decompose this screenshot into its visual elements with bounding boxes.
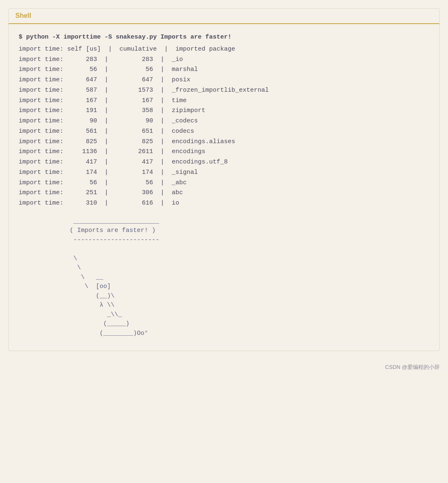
table-row: import time: 167 | 167 | time [19, 96, 429, 106]
table-row: import time: 251 | 306 | abc [19, 188, 429, 198]
table-row: import time: 1136 | 2611 | encodings [19, 147, 429, 157]
header-line: import time: self [us] | cumulative | im… [19, 44, 429, 55]
table-row: import time: 561 | 651 | codecs [19, 127, 429, 137]
table-row: import time: 90 | 90 | _codecs [19, 116, 429, 127]
import-table: import time: 283 | 283 | _ioimport time:… [19, 55, 429, 209]
shell-title: Shell [15, 12, 31, 19]
table-row: import time: 587 | 1573 | _frozen_import… [19, 85, 429, 96]
shell-header: Shell [9, 9, 439, 24]
table-row: import time: 417 | 417 | encodings.utf_8 [19, 157, 429, 168]
table-row: import time: 283 | 283 | _io [19, 55, 429, 65]
table-row: import time: 825 | 825 | encodings.alias… [19, 137, 429, 147]
table-row: import time: 56 | 56 | _abc [19, 178, 429, 188]
footer: CSDN @爱编程的小辞 [0, 359, 448, 375]
table-row: import time: 191 | 358 | zipimport [19, 106, 429, 116]
shell-container: Shell $ python -X importtime -S snakesay… [8, 8, 440, 351]
table-row: import time: 56 | 56 | marshal [19, 65, 429, 75]
shell-body: $ python -X importtime -S snakesay.py Im… [9, 24, 439, 351]
table-row: import time: 310 | 616 | io [19, 198, 429, 209]
table-row: import time: 174 | 174 | _signal [19, 168, 429, 178]
ascii-art: _______________________ ( Imports are fa… [19, 217, 429, 339]
table-row: import time: 647 | 647 | posix [19, 75, 429, 85]
command-line: $ python -X importtime -S snakesay.py Im… [19, 32, 429, 43]
